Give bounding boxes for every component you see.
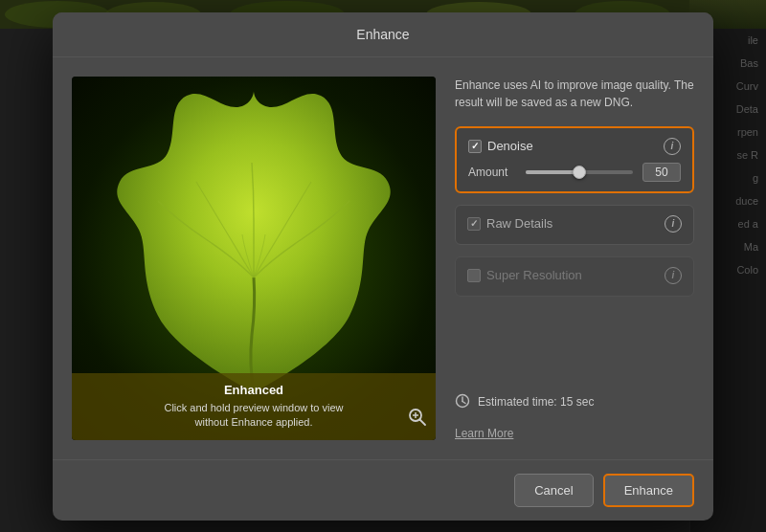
clock-icon (455, 393, 470, 411)
denoise-checkbox[interactable] (468, 140, 482, 153)
slider-fill (526, 170, 579, 174)
svg-line-12 (462, 401, 465, 403)
estimated-row: Estimated time: 15 sec (455, 393, 694, 411)
amount-row: Amount 50 (468, 163, 681, 182)
controls-panel: Enhance uses AI to improve image quality… (455, 77, 694, 440)
denoise-info-icon[interactable]: i (664, 138, 681, 155)
dialog-title: Enhance (356, 27, 409, 42)
raw-details-label: Raw Details (486, 216, 552, 231)
amount-slider[interactable] (526, 163, 633, 182)
overlay-desc: Click and hold preview window to viewwit… (87, 401, 420, 431)
enhance-button[interactable]: Enhance (603, 474, 694, 507)
raw-details-label-row: Raw Details (467, 216, 552, 231)
denoise-section: Denoise i Amount 50 (455, 126, 694, 193)
super-resolution-row: Super Resolution i (467, 267, 682, 284)
amount-label: Amount (468, 166, 516, 179)
dialog-overlay: Enhance (0, 0, 766, 532)
preview-panel: Enhanced Click and hold preview window t… (72, 77, 436, 440)
denoise-header-row: Denoise i (468, 138, 681, 155)
slider-thumb[interactable] (573, 166, 586, 179)
cancel-button[interactable]: Cancel (514, 474, 593, 507)
super-resolution-section: Super Resolution i (455, 256, 694, 297)
overlay-title: Enhanced (87, 383, 420, 397)
super-resolution-label: Super Resolution (486, 268, 582, 282)
zoom-icon[interactable] (407, 407, 428, 432)
estimated-text: Estimated time: 15 sec (478, 395, 594, 409)
denoise-label: Denoise (487, 139, 533, 153)
raw-details-section: Raw Details i (455, 205, 694, 245)
dialog-titlebar: Enhance (53, 12, 713, 57)
super-resolution-checkbox[interactable] (467, 269, 481, 282)
raw-details-row: Raw Details i (467, 215, 682, 233)
svg-line-7 (420, 419, 426, 425)
raw-details-checkbox[interactable] (467, 217, 481, 231)
dialog-body: Enhanced Click and hold preview window t… (53, 57, 713, 459)
enhance-dialog: Enhance (53, 12, 713, 521)
dialog-footer: Cancel Enhance (53, 459, 713, 521)
preview-image[interactable]: Enhanced Click and hold preview window t… (72, 77, 436, 440)
super-resolution-info-icon[interactable]: i (665, 267, 682, 284)
denoise-label-row: Denoise (468, 139, 533, 153)
raw-details-info-icon[interactable]: i (665, 215, 682, 233)
super-resolution-label-row: Super Resolution (467, 268, 582, 282)
description-text: Enhance uses AI to improve image quality… (455, 77, 694, 111)
learn-more-link[interactable]: Learn More (455, 427, 694, 440)
preview-overlay: Enhanced Click and hold preview window t… (72, 373, 436, 440)
leaf-svg (101, 86, 407, 411)
slider-track (526, 170, 633, 174)
amount-value[interactable]: 50 (642, 163, 681, 182)
